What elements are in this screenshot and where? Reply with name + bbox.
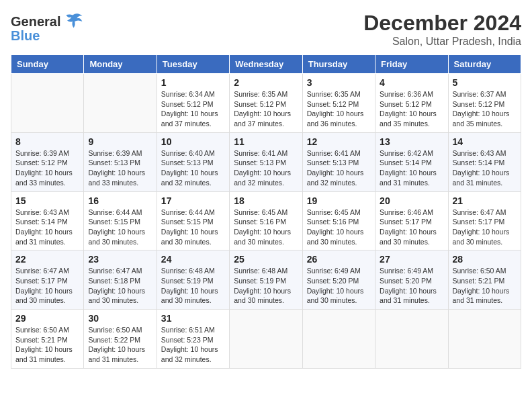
day-number: 31 — [161, 313, 225, 324]
calendar-cell: 27Sunrise: 6:49 AMSunset: 5:20 PMDayligh… — [375, 250, 448, 310]
calendar-cell: 17Sunrise: 6:44 AMSunset: 5:15 PMDayligh… — [157, 191, 229, 250]
calendar-cell: 15Sunrise: 6:43 AMSunset: 5:14 PMDayligh… — [11, 191, 84, 250]
calendar-week-5: 29Sunrise: 6:50 AMSunset: 5:21 PMDayligh… — [11, 310, 521, 369]
day-info: Sunrise: 6:47 AMSunset: 5:17 PMDaylight:… — [453, 208, 517, 247]
day-info: Sunrise: 6:47 AMSunset: 5:18 PMDaylight:… — [88, 266, 152, 306]
day-info: Sunrise: 6:50 AMSunset: 5:21 PMDaylight:… — [453, 266, 517, 306]
day-info: Sunrise: 6:49 AMSunset: 5:20 PMDaylight:… — [380, 266, 443, 306]
day-info: Sunrise: 6:50 AMSunset: 5:22 PMDaylight:… — [88, 325, 152, 365]
day-number: 5 — [453, 77, 517, 88]
calendar-header-row: SundayMondayTuesdayWednesdayThursdayFrid… — [11, 55, 521, 74]
calendar-header-sunday: Sunday — [11, 55, 84, 74]
day-number: 3 — [307, 77, 371, 88]
calendar-cell — [375, 310, 448, 369]
day-info: Sunrise: 6:34 AMSunset: 5:12 PMDaylight:… — [161, 89, 225, 129]
logo: General Blue — [11, 11, 83, 44]
day-number: 17 — [161, 195, 225, 206]
day-number: 18 — [234, 195, 298, 206]
day-number: 27 — [380, 254, 443, 265]
calendar-cell — [11, 74, 84, 133]
day-info: Sunrise: 6:45 AMSunset: 5:16 PMDaylight:… — [234, 208, 298, 247]
day-info: Sunrise: 6:36 AMSunset: 5:12 PMDaylight:… — [380, 89, 443, 129]
day-info: Sunrise: 6:41 AMSunset: 5:13 PMDaylight:… — [234, 148, 298, 188]
day-number: 1 — [161, 77, 225, 88]
day-info: Sunrise: 6:37 AMSunset: 5:12 PMDaylight:… — [453, 89, 517, 129]
calendar-cell: 21Sunrise: 6:47 AMSunset: 5:17 PMDayligh… — [448, 191, 521, 250]
day-number: 26 — [307, 254, 371, 265]
calendar-cell: 24Sunrise: 6:48 AMSunset: 5:19 PMDayligh… — [157, 250, 229, 310]
day-number: 23 — [88, 254, 152, 265]
calendar-cell: 23Sunrise: 6:47 AMSunset: 5:18 PMDayligh… — [84, 250, 157, 310]
calendar-cell: 28Sunrise: 6:50 AMSunset: 5:21 PMDayligh… — [448, 250, 521, 310]
day-info: Sunrise: 6:39 AMSunset: 5:12 PMDaylight:… — [15, 148, 79, 188]
day-number: 24 — [161, 254, 225, 265]
day-number: 15 — [15, 195, 79, 206]
calendar-header-friday: Friday — [375, 55, 448, 74]
day-number: 16 — [88, 195, 152, 206]
calendar-cell: 14Sunrise: 6:43 AMSunset: 5:14 PMDayligh… — [448, 132, 521, 191]
page-header: General Blue December 2024 Salon, Uttar … — [11, 11, 521, 48]
calendar-cell: 29Sunrise: 6:50 AMSunset: 5:21 PMDayligh… — [11, 310, 84, 369]
calendar-cell: 8Sunrise: 6:39 AMSunset: 5:12 PMDaylight… — [11, 132, 84, 191]
location-subtitle: Salon, Uttar Pradesh, India — [363, 36, 521, 48]
calendar-cell: 31Sunrise: 6:51 AMSunset: 5:23 PMDayligh… — [157, 310, 229, 369]
calendar-cell — [230, 310, 302, 369]
day-info: Sunrise: 6:48 AMSunset: 5:19 PMDaylight:… — [234, 266, 298, 306]
day-number: 2 — [234, 77, 298, 88]
calendar-cell: 2Sunrise: 6:35 AMSunset: 5:12 PMDaylight… — [230, 74, 302, 133]
day-info: Sunrise: 6:41 AMSunset: 5:13 PMDaylight:… — [307, 148, 371, 188]
calendar-cell: 26Sunrise: 6:49 AMSunset: 5:20 PMDayligh… — [302, 250, 375, 310]
day-number: 29 — [15, 313, 79, 324]
day-info: Sunrise: 6:42 AMSunset: 5:14 PMDaylight:… — [380, 148, 443, 188]
day-number: 9 — [88, 136, 152, 147]
day-number: 25 — [234, 254, 298, 265]
day-number: 20 — [380, 195, 443, 206]
calendar-cell: 13Sunrise: 6:42 AMSunset: 5:14 PMDayligh… — [375, 132, 448, 191]
day-number: 28 — [453, 254, 517, 265]
day-number: 12 — [307, 136, 371, 147]
calendar-week-3: 15Sunrise: 6:43 AMSunset: 5:14 PMDayligh… — [11, 191, 521, 250]
calendar-cell: 10Sunrise: 6:40 AMSunset: 5:13 PMDayligh… — [157, 132, 229, 191]
calendar-cell: 30Sunrise: 6:50 AMSunset: 5:22 PMDayligh… — [84, 310, 157, 369]
day-info: Sunrise: 6:40 AMSunset: 5:13 PMDaylight:… — [161, 148, 225, 188]
day-number: 4 — [380, 77, 443, 88]
calendar-cell: 25Sunrise: 6:48 AMSunset: 5:19 PMDayligh… — [230, 250, 302, 310]
calendar-body: 1Sunrise: 6:34 AMSunset: 5:12 PMDaylight… — [11, 74, 521, 369]
day-number: 10 — [161, 136, 225, 147]
day-info: Sunrise: 6:35 AMSunset: 5:12 PMDaylight:… — [307, 89, 371, 129]
day-number: 11 — [234, 136, 298, 147]
calendar-week-1: 1Sunrise: 6:34 AMSunset: 5:12 PMDaylight… — [11, 74, 521, 133]
calendar-cell: 20Sunrise: 6:46 AMSunset: 5:17 PMDayligh… — [375, 191, 448, 250]
calendar-cell: 4Sunrise: 6:36 AMSunset: 5:12 PMDaylight… — [375, 74, 448, 133]
day-info: Sunrise: 6:48 AMSunset: 5:19 PMDaylight:… — [161, 266, 225, 306]
day-info: Sunrise: 6:44 AMSunset: 5:15 PMDaylight:… — [161, 208, 225, 247]
day-info: Sunrise: 6:47 AMSunset: 5:17 PMDaylight:… — [15, 266, 79, 306]
calendar-cell: 16Sunrise: 6:44 AMSunset: 5:15 PMDayligh… — [84, 191, 157, 250]
title-block: December 2024 Salon, Uttar Pradesh, Indi… — [363, 11, 521, 48]
logo-text-general: General — [11, 14, 60, 30]
day-info: Sunrise: 6:49 AMSunset: 5:20 PMDaylight:… — [307, 266, 371, 306]
calendar-table: SundayMondayTuesdayWednesdayThursdayFrid… — [11, 54, 521, 369]
day-number: 14 — [453, 136, 517, 147]
day-info: Sunrise: 6:43 AMSunset: 5:14 PMDaylight:… — [453, 148, 517, 188]
logo-bird-icon — [62, 11, 83, 32]
calendar-header-monday: Monday — [84, 55, 157, 74]
calendar-week-2: 8Sunrise: 6:39 AMSunset: 5:12 PMDaylight… — [11, 132, 521, 191]
calendar-cell: 22Sunrise: 6:47 AMSunset: 5:17 PMDayligh… — [11, 250, 84, 310]
calendar-cell: 11Sunrise: 6:41 AMSunset: 5:13 PMDayligh… — [230, 132, 302, 191]
day-info: Sunrise: 6:46 AMSunset: 5:17 PMDaylight:… — [380, 208, 443, 247]
month-year-title: December 2024 — [363, 11, 521, 36]
calendar-cell: 18Sunrise: 6:45 AMSunset: 5:16 PMDayligh… — [230, 191, 302, 250]
calendar-cell: 19Sunrise: 6:45 AMSunset: 5:16 PMDayligh… — [302, 191, 375, 250]
day-info: Sunrise: 6:43 AMSunset: 5:14 PMDaylight:… — [15, 208, 79, 247]
day-number: 30 — [88, 313, 152, 324]
calendar-cell — [84, 74, 157, 133]
calendar-cell: 12Sunrise: 6:41 AMSunset: 5:13 PMDayligh… — [302, 132, 375, 191]
day-info: Sunrise: 6:45 AMSunset: 5:16 PMDaylight:… — [307, 208, 371, 247]
calendar-cell — [448, 310, 521, 369]
calendar-header-saturday: Saturday — [448, 55, 521, 74]
calendar-cell: 9Sunrise: 6:39 AMSunset: 5:13 PMDaylight… — [84, 132, 157, 191]
day-number: 8 — [15, 136, 79, 147]
calendar-week-4: 22Sunrise: 6:47 AMSunset: 5:17 PMDayligh… — [11, 250, 521, 310]
day-info: Sunrise: 6:50 AMSunset: 5:21 PMDaylight:… — [15, 325, 79, 365]
